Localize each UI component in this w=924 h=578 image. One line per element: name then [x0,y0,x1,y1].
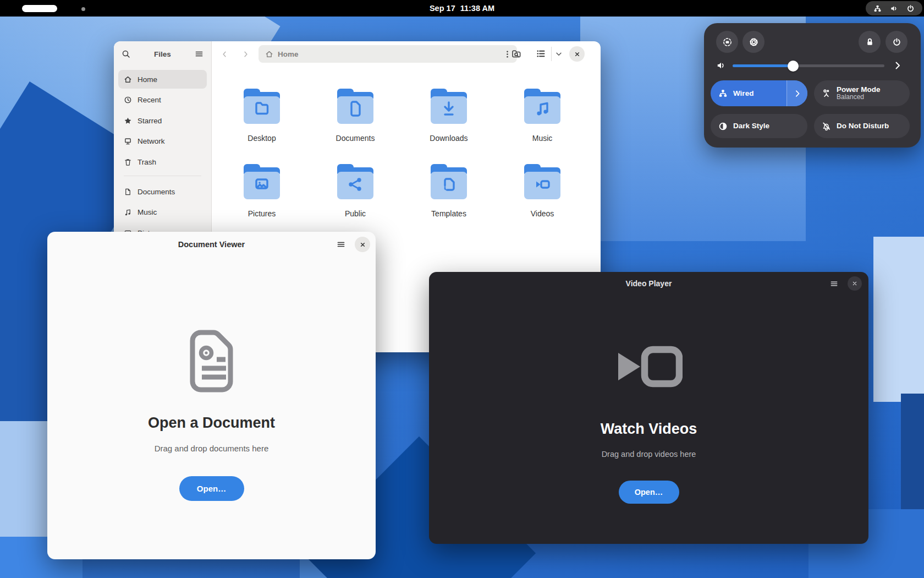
sidebar-item-label: Documents [138,188,175,196]
sidebar-item-music[interactable]: Music [118,203,207,222]
sidebar-item-label: Network [138,137,165,145]
hamburger-icon [337,240,345,249]
network-icon [124,137,132,145]
document-open-button[interactable]: Open… [179,476,244,501]
sidebar-item-label: Recent [138,96,161,104]
volume-slider-thumb[interactable] [788,61,799,72]
document-viewer-title: Document Viewer [47,232,376,257]
qs-tile-expand-arrow[interactable] [787,80,807,106]
qs-tile-power-mode[interactable]: Power ModeBalanced [814,80,910,106]
folder-label: Pictures [248,209,276,218]
search-folder-icon[interactable] [511,48,521,59]
gear-icon [749,37,758,47]
close-icon [359,241,366,248]
settings-button[interactable] [743,31,765,53]
power-profile-icon [822,89,831,98]
folder-label: Public [345,209,366,218]
star-icon [124,117,132,125]
folder-item-documents[interactable]: Documents [314,84,397,143]
document-viewer-heading: Open a Document [148,415,275,432]
video-player-close-button[interactable] [848,276,862,291]
expand-chevron-icon[interactable] [893,61,902,70]
bell-slash-icon [822,122,831,131]
sidebar-item-label: Starred [138,117,162,125]
screenshot-button[interactable] [716,31,738,53]
power-icon [892,37,901,47]
folder-label: Downloads [430,134,468,143]
home-icon [265,50,273,58]
sidebar-item-documents[interactable]: Documents [118,182,207,201]
folder-item-desktop[interactable]: Desktop [221,84,303,143]
top-bar: Sep 17 11:38 AM [0,0,924,17]
folder-item-templates[interactable]: Templates [408,160,490,218]
document-viewer-subtitle: Drag and drop documents here [155,444,269,453]
sidebar-item-recent[interactable]: Recent [118,91,207,110]
sidebar-item-starred[interactable]: Starred [118,111,207,130]
folder-icon-folder-glyph [240,84,284,128]
folder-label: Documents [336,134,375,143]
back-button[interactable] [217,46,232,62]
video-player-title: Video Player [429,272,868,295]
sidebar-item-network[interactable]: Network [118,132,207,151]
video-player-subtitle: Drag and drop videos here [602,450,696,459]
sidebar-divider [124,176,201,176]
forward-button[interactable] [238,46,253,62]
qs-tile-label: Power ModeBalanced [837,85,881,101]
sidebar-item-label: Trash [138,158,156,166]
qs-tile-dark-style[interactable]: Dark Style [711,114,807,138]
volume-slider[interactable] [733,64,884,67]
document-icon [124,188,132,196]
folder-label: Templates [431,209,466,218]
folder-item-videos[interactable]: Videos [501,160,584,218]
qs-tile-do-not-disturb[interactable]: Do Not Disturb [814,114,910,138]
qs-tile-wired[interactable]: Wired [711,80,807,106]
document-viewer-close-button[interactable] [355,237,370,252]
folder-icon-document-glyph [333,84,377,128]
trash-icon [124,158,132,166]
document-viewer-titlebar[interactable]: Document Viewer [47,232,376,257]
sidebar-item-trash[interactable]: Trash [118,152,207,171]
document-viewer-menu-button[interactable] [333,237,349,252]
video-player-window: Video Player Watch Videos Drag and drop … [429,272,868,544]
volume-speaker-icon [716,61,726,70]
folder-item-pictures[interactable]: Pictures [221,160,303,218]
video-player-menu-button[interactable] [827,276,841,291]
chevron-down-icon[interactable] [555,50,563,58]
document-viewer-window: Document Viewer Open a Document Drag and… [47,232,376,559]
breadcrumb[interactable]: Home [258,45,517,63]
chevron-right-icon [794,90,801,97]
folder-icon-music-glyph [520,84,564,128]
screenshot-icon [723,37,732,47]
power-icon [906,4,915,13]
video-open-button[interactable]: Open… [619,481,679,504]
system-tray[interactable] [866,1,922,15]
qs-tile-label: Wired [733,89,754,98]
lock-button[interactable] [859,31,881,53]
document-placeholder-icon [185,328,238,395]
close-button[interactable] [569,46,585,62]
clock[interactable]: Sep 17 11:38 AM [0,0,924,17]
folder-icon-video-glyph [520,160,564,204]
files-app-title: Files [114,50,211,58]
folder-icon-download-glyph [427,84,471,128]
list-view-icon[interactable] [536,48,546,59]
qs-tile-label: Dark Style [733,122,769,130]
folder-item-downloads[interactable]: Downloads [408,84,490,143]
sidebar-item-home[interactable]: Home [118,70,207,89]
close-icon [851,280,858,287]
dark-style-icon [718,122,728,131]
video-camera-placeholder-icon [615,346,683,389]
folder-label: Videos [531,209,554,218]
clock-date: Sep 17 [430,4,455,13]
folder-item-public[interactable]: Public [314,160,397,218]
qs-tile-label: Do Not Disturb [837,122,889,130]
files-headerbar: Home [212,41,601,67]
chevron-left-icon [221,50,229,58]
kebab-menu-icon[interactable] [503,50,512,58]
folder-item-music[interactable]: Music [501,84,584,143]
folder-icon-template-glyph [427,160,471,204]
close-icon [574,51,581,58]
music-note-icon [124,208,132,216]
power-button[interactable] [886,31,908,53]
home-icon [124,75,132,84]
